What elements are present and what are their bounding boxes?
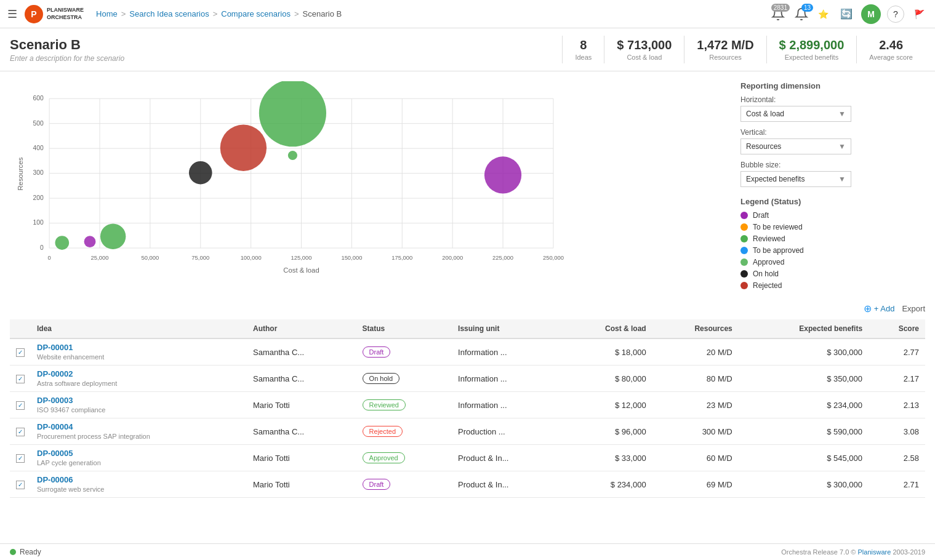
bubble-dp00008[interactable]	[484, 156, 521, 193]
author-cell: Mario Totti	[247, 471, 356, 498]
row-checkbox-cell[interactable]	[10, 338, 31, 366]
table-row: DP-00005 LAP cycle generation Mario Tott…	[10, 445, 925, 471]
table-section: ⊕ + Add Export Idea Author Status Issuin…	[0, 303, 935, 508]
metric-resources-value: 1,472 M/D	[697, 38, 753, 52]
score-cell: 2.77	[869, 338, 925, 366]
resources-cell: 80 M/D	[652, 366, 739, 392]
horizontal-select[interactable]: Cost & load ▼	[740, 106, 851, 122]
bubble-dp00003[interactable]	[100, 224, 126, 249]
idea-id-link[interactable]: DP-00003	[37, 396, 73, 405]
legend-title: Legend (Status)	[740, 197, 925, 206]
status-cell: On hold	[356, 366, 452, 392]
notifications-bell[interactable]: 2831	[771, 7, 785, 21]
bubble-dp00001[interactable]	[55, 236, 70, 250]
col-cost: Cost & load	[560, 319, 652, 338]
flag-icon[interactable]: 🚩	[910, 6, 928, 23]
legend-label: Draft	[753, 211, 769, 220]
metric-score-value: 2.46	[869, 38, 913, 52]
idea-name: ISO 93467 compliance	[37, 406, 105, 414]
cost-cell: $ 12,000	[560, 392, 652, 418]
idea-id-link[interactable]: DP-00001	[37, 343, 73, 352]
col-resources: Resources	[652, 319, 739, 338]
bubble-label: Bubble size:	[740, 161, 925, 169]
row-checkbox-cell[interactable]	[10, 445, 31, 471]
svg-text:400: 400	[33, 145, 44, 151]
alert-count: 13	[801, 4, 813, 12]
bubble-dp00007[interactable]	[288, 151, 297, 160]
svg-text:0: 0	[40, 244, 44, 251]
table-row: DP-00002 Astra software deployment Saman…	[10, 366, 925, 392]
legend-item-to-be-approved: To be approved	[740, 246, 925, 255]
breadcrumb-home[interactable]: Home	[96, 9, 118, 18]
idea-id-link[interactable]: DP-00006	[37, 475, 73, 484]
metric-resources-label: Resources	[697, 54, 753, 61]
export-button[interactable]: Export	[902, 304, 925, 313]
author-cell: Mario Totti	[247, 445, 356, 471]
author-cell: Samantha C...	[247, 338, 356, 366]
cost-cell: $ 234,000	[560, 471, 652, 498]
row-checkbox-cell[interactable]	[10, 471, 31, 498]
svg-text:25,000: 25,000	[91, 254, 109, 261]
table-row: DP-00006 Surrogate web service Mario Tot…	[10, 471, 925, 498]
svg-text:100,000: 100,000	[241, 254, 262, 261]
idea-name: Surrogate web service	[37, 486, 104, 493]
benefits-cell: $ 300,000	[739, 471, 869, 498]
table-row: DP-00001 Website enhancement Samantha C.…	[10, 338, 925, 366]
bubble-dp00005[interactable]	[220, 125, 267, 171]
row-checkbox-cell[interactable]	[10, 366, 31, 392]
idea-name: Astra software deployment	[37, 380, 117, 387]
table-row: DP-00004 Procurement process SAP integra…	[10, 418, 925, 445]
row-checkbox-cell[interactable]	[10, 418, 31, 445]
legend-color-dot	[740, 247, 748, 254]
user-avatar[interactable]: M	[861, 4, 881, 24]
table-toolbar: ⊕ + Add Export	[10, 303, 925, 314]
row-checkbox[interactable]	[16, 375, 25, 383]
legend-color-dot	[740, 258, 748, 266]
col-issuing: Issuing unit	[452, 319, 560, 338]
row-checkbox[interactable]	[16, 454, 25, 463]
table-row: DP-00003 ISO 93467 compliance Mario Tott…	[10, 392, 925, 418]
breadcrumb-compare[interactable]: Compare scenarios	[221, 9, 291, 18]
ideas-table: Idea Author Status Issuing unit Cost & l…	[10, 319, 925, 498]
refresh-icon[interactable]: 🔄	[838, 6, 855, 23]
metric-cost: $ 713,000 Cost & load	[604, 36, 684, 63]
metric-score: 2.46 Average score	[856, 36, 925, 63]
scenario-info: Scenario B Enter a description for the s…	[10, 37, 562, 63]
row-checkbox[interactable]	[16, 428, 25, 436]
logo-text: PLANISWAREORCHESTRA	[47, 7, 84, 21]
row-checkbox[interactable]	[16, 481, 25, 489]
metric-cost-value: $ 713,000	[617, 38, 672, 52]
idea-cell: DP-00004 Procurement process SAP integra…	[31, 418, 247, 445]
bubble-dp00006[interactable]	[259, 81, 326, 146]
status-badge: Draft	[363, 479, 391, 490]
col-idea: Idea	[31, 319, 247, 338]
breadcrumb-search[interactable]: Search Idea scenarios	[129, 9, 209, 18]
idea-id-link[interactable]: DP-00005	[37, 449, 73, 458]
row-checkbox[interactable]	[16, 348, 25, 357]
star-icon[interactable]: ⭐	[814, 6, 832, 23]
add-button[interactable]: ⊕ + Add	[864, 303, 895, 314]
hamburger-menu[interactable]: ☰	[7, 7, 17, 21]
scenario-description[interactable]: Enter a description for the scenario	[10, 54, 562, 63]
row-checkbox[interactable]	[16, 401, 25, 410]
bubble-select[interactable]: Expected benefits ▼	[740, 171, 851, 187]
resources-cell: 23 M/D	[652, 392, 739, 418]
issuing-unit-cell: Information ...	[452, 392, 560, 418]
alerts-bell[interactable]: 13	[795, 7, 808, 21]
idea-id-link[interactable]: DP-00002	[37, 369, 73, 378]
chevron-down-icon-2: ▼	[838, 142, 846, 151]
vertical-select[interactable]: Resources ▼	[740, 138, 851, 154]
legend-label: To be reviewed	[753, 223, 803, 231]
legend-items: DraftTo be reviewedReviewedTo be approve…	[740, 211, 925, 290]
bubble-dp00004[interactable]	[189, 161, 212, 185]
row-checkbox-cell[interactable]	[10, 392, 31, 418]
idea-id-link[interactable]: DP-00004	[37, 422, 73, 431]
legend-item-reviewed: Reviewed	[740, 234, 925, 243]
legend-color-dot	[740, 270, 748, 278]
bubble-field: Bubble size: Expected benefits ▼	[740, 161, 925, 187]
help-icon[interactable]: ?	[887, 6, 904, 23]
legend-item-rejected: Rejected	[740, 281, 925, 290]
metric-score-label: Average score	[869, 54, 913, 61]
legend-label: To be approved	[753, 246, 804, 255]
bubble-dp00002[interactable]	[84, 236, 96, 247]
